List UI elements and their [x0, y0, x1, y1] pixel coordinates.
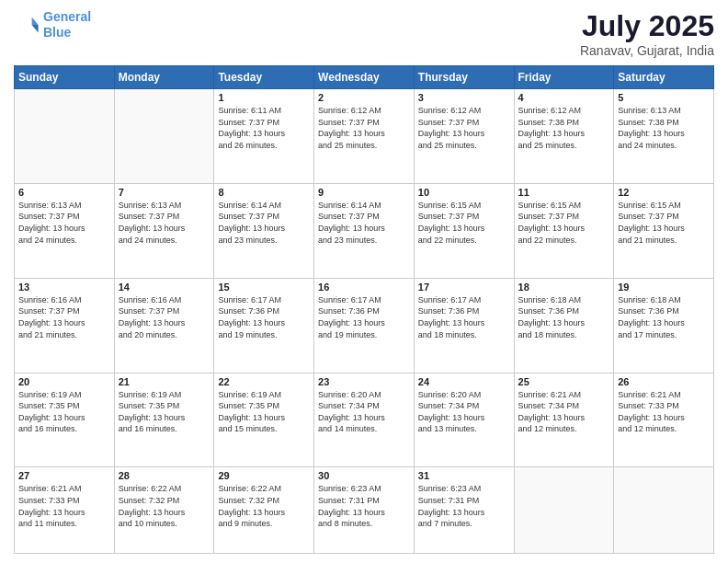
calendar-week-row: 13Sunrise: 6:16 AM Sunset: 7:37 PM Dayli… [15, 278, 714, 373]
day-info: Sunrise: 6:15 AM Sunset: 7:37 PM Dayligh… [418, 200, 510, 246]
day-info: Sunrise: 6:12 AM Sunset: 7:38 PM Dayligh… [518, 105, 610, 151]
calendar-cell: 19Sunrise: 6:18 AM Sunset: 7:36 PM Dayli… [614, 278, 714, 373]
day-info: Sunrise: 6:19 AM Sunset: 7:35 PM Dayligh… [18, 389, 110, 435]
day-number: 15 [218, 282, 310, 293]
weekday-header: Monday [114, 66, 214, 89]
day-number: 23 [318, 376, 410, 387]
day-number: 4 [518, 92, 610, 103]
calendar-cell: 5Sunrise: 6:13 AM Sunset: 7:38 PM Daylig… [614, 89, 714, 184]
day-info: Sunrise: 6:21 AM Sunset: 7:33 PM Dayligh… [18, 483, 110, 529]
calendar-cell: 11Sunrise: 6:15 AM Sunset: 7:37 PM Dayli… [514, 183, 614, 278]
day-number: 29 [218, 470, 310, 481]
weekday-header: Wednesday [314, 66, 415, 89]
day-number: 10 [418, 187, 510, 198]
day-number: 11 [518, 187, 610, 198]
day-number: 21 [119, 376, 210, 387]
weekday-header: Tuesday [214, 66, 314, 89]
day-info: Sunrise: 6:21 AM Sunset: 7:33 PM Dayligh… [618, 389, 710, 435]
day-info: Sunrise: 6:13 AM Sunset: 7:37 PM Dayligh… [18, 200, 110, 246]
calendar-week-row: 6Sunrise: 6:13 AM Sunset: 7:37 PM Daylig… [15, 183, 714, 278]
calendar-cell [614, 467, 714, 554]
calendar-cell: 4Sunrise: 6:12 AM Sunset: 7:38 PM Daylig… [514, 89, 614, 184]
day-info: Sunrise: 6:13 AM Sunset: 7:38 PM Dayligh… [618, 105, 710, 151]
calendar-cell: 22Sunrise: 6:19 AM Sunset: 7:35 PM Dayli… [214, 373, 314, 467]
day-number: 19 [618, 282, 710, 293]
weekday-header: Friday [514, 66, 614, 89]
weekday-header: Sunday [15, 66, 115, 89]
location: Ranavav, Gujarat, India [580, 43, 714, 58]
day-number: 12 [618, 187, 710, 198]
day-number: 28 [119, 470, 210, 481]
day-info: Sunrise: 6:12 AM Sunset: 7:37 PM Dayligh… [418, 105, 510, 151]
calendar-cell: 26Sunrise: 6:21 AM Sunset: 7:33 PM Dayli… [614, 373, 714, 467]
day-number: 5 [618, 92, 710, 103]
calendar-cell: 3Sunrise: 6:12 AM Sunset: 7:37 PM Daylig… [414, 89, 514, 184]
calendar-cell [15, 89, 115, 184]
svg-marker-1 [32, 25, 39, 32]
calendar-cell: 28Sunrise: 6:22 AM Sunset: 7:32 PM Dayli… [114, 467, 214, 554]
day-number: 6 [18, 187, 110, 198]
calendar-cell: 14Sunrise: 6:16 AM Sunset: 7:37 PM Dayli… [114, 278, 214, 373]
day-number: 17 [418, 282, 510, 293]
calendar-week-row: 20Sunrise: 6:19 AM Sunset: 7:35 PM Dayli… [15, 373, 714, 467]
day-number: 16 [318, 282, 410, 293]
day-info: Sunrise: 6:21 AM Sunset: 7:34 PM Dayligh… [518, 389, 610, 435]
day-number: 1 [218, 92, 310, 103]
day-number: 3 [418, 92, 510, 103]
day-info: Sunrise: 6:13 AM Sunset: 7:37 PM Dayligh… [119, 200, 210, 246]
calendar-cell: 20Sunrise: 6:19 AM Sunset: 7:35 PM Dayli… [15, 373, 115, 467]
calendar-cell: 13Sunrise: 6:16 AM Sunset: 7:37 PM Dayli… [15, 278, 115, 373]
day-number: 2 [318, 92, 410, 103]
weekday-header: Saturday [614, 66, 714, 89]
svg-marker-0 [32, 17, 39, 24]
day-number: 18 [518, 282, 610, 293]
calendar-cell: 17Sunrise: 6:17 AM Sunset: 7:36 PM Dayli… [414, 278, 514, 373]
day-number: 30 [318, 470, 410, 481]
day-number: 22 [218, 376, 310, 387]
calendar-cell: 31Sunrise: 6:23 AM Sunset: 7:31 PM Dayli… [414, 467, 514, 554]
calendar-cell: 29Sunrise: 6:22 AM Sunset: 7:32 PM Dayli… [214, 467, 314, 554]
day-number: 26 [618, 376, 710, 387]
day-number: 25 [518, 376, 610, 387]
day-info: Sunrise: 6:12 AM Sunset: 7:37 PM Dayligh… [318, 105, 410, 151]
day-number: 27 [18, 470, 110, 481]
calendar-table: SundayMondayTuesdayWednesdayThursdayFrid… [14, 65, 714, 554]
calendar-cell: 1Sunrise: 6:11 AM Sunset: 7:37 PM Daylig… [214, 89, 314, 184]
calendar-cell: 15Sunrise: 6:17 AM Sunset: 7:36 PM Dayli… [214, 278, 314, 373]
day-info: Sunrise: 6:17 AM Sunset: 7:36 PM Dayligh… [218, 294, 310, 340]
day-info: Sunrise: 6:22 AM Sunset: 7:32 PM Dayligh… [119, 483, 210, 529]
day-number: 7 [119, 187, 210, 198]
month-title: July 2025 [580, 9, 714, 43]
weekday-header: Thursday [414, 66, 514, 89]
day-info: Sunrise: 6:22 AM Sunset: 7:32 PM Dayligh… [218, 483, 310, 529]
title-block: July 2025 Ranavav, Gujarat, India [580, 9, 714, 58]
day-info: Sunrise: 6:15 AM Sunset: 7:37 PM Dayligh… [518, 200, 610, 246]
day-info: Sunrise: 6:17 AM Sunset: 7:36 PM Dayligh… [418, 294, 510, 340]
day-number: 9 [318, 187, 410, 198]
day-info: Sunrise: 6:17 AM Sunset: 7:36 PM Dayligh… [318, 294, 410, 340]
day-number: 20 [18, 376, 110, 387]
calendar-cell: 25Sunrise: 6:21 AM Sunset: 7:34 PM Dayli… [514, 373, 614, 467]
day-info: Sunrise: 6:23 AM Sunset: 7:31 PM Dayligh… [318, 483, 410, 529]
calendar-cell: 9Sunrise: 6:14 AM Sunset: 7:37 PM Daylig… [314, 183, 415, 278]
header: General Blue July 2025 Ranavav, Gujarat,… [14, 9, 714, 58]
day-info: Sunrise: 6:14 AM Sunset: 7:37 PM Dayligh… [318, 200, 410, 246]
day-info: Sunrise: 6:11 AM Sunset: 7:37 PM Dayligh… [218, 105, 310, 151]
day-info: Sunrise: 6:19 AM Sunset: 7:35 PM Dayligh… [119, 389, 210, 435]
day-number: 13 [18, 282, 110, 293]
day-info: Sunrise: 6:19 AM Sunset: 7:35 PM Dayligh… [218, 389, 310, 435]
logo: General Blue [14, 9, 91, 40]
day-info: Sunrise: 6:18 AM Sunset: 7:36 PM Dayligh… [618, 294, 710, 340]
calendar-cell: 10Sunrise: 6:15 AM Sunset: 7:37 PM Dayli… [414, 183, 514, 278]
calendar-cell [514, 467, 614, 554]
calendar-cell [114, 89, 214, 184]
calendar-cell: 23Sunrise: 6:20 AM Sunset: 7:34 PM Dayli… [314, 373, 415, 467]
calendar-cell: 16Sunrise: 6:17 AM Sunset: 7:36 PM Dayli… [314, 278, 415, 373]
calendar-cell: 21Sunrise: 6:19 AM Sunset: 7:35 PM Dayli… [114, 373, 214, 467]
day-number: 14 [119, 282, 210, 293]
logo-general: General [43, 9, 91, 24]
calendar-cell: 24Sunrise: 6:20 AM Sunset: 7:34 PM Dayli… [414, 373, 514, 467]
page: General Blue July 2025 Ranavav, Gujarat,… [0, 0, 728, 563]
day-number: 8 [218, 187, 310, 198]
calendar-cell: 2Sunrise: 6:12 AM Sunset: 7:37 PM Daylig… [314, 89, 415, 184]
